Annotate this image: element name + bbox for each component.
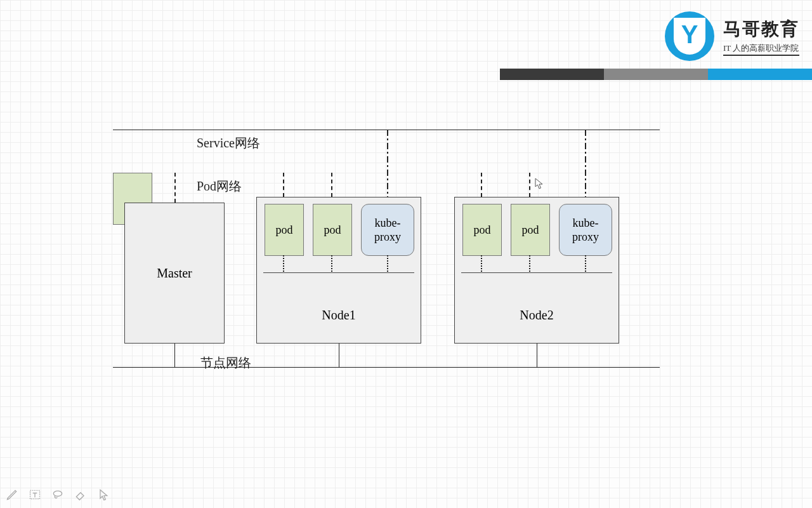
- master-box: Master: [124, 203, 225, 344]
- conn-n1-pod1-podnet: [283, 173, 284, 197]
- conn-n1-kp-inner: [387, 255, 388, 272]
- cursor-icon: [535, 178, 544, 189]
- brand-subtitle: IT 人的高薪职业学院: [723, 43, 799, 56]
- node1-box: pod pod kube- proxy Node1: [256, 197, 421, 344]
- conn-master-to-pod-net: [174, 173, 176, 203]
- node1-pod-2: pod: [313, 204, 352, 256]
- lasso-tool-icon[interactable]: [51, 488, 65, 502]
- conn-n2-pod1-inner: [481, 255, 482, 272]
- node2-pod2-label: pod: [522, 224, 539, 237]
- header-accent-bars: [500, 69, 812, 80]
- conn-node2-to-nodenet: [537, 344, 537, 367]
- conn-node1-to-nodenet: [339, 344, 339, 367]
- conn-n2-kp-inner: [585, 255, 586, 272]
- bar-accent: [708, 69, 812, 80]
- drawing-toolbar: [5, 488, 110, 502]
- master-label: Master: [157, 266, 192, 281]
- node1-inner-line: [263, 272, 414, 273]
- conn-n2-pod2-inner: [529, 255, 530, 272]
- conn-n2-pod2-podnet: [529, 173, 530, 197]
- node-network-label: 节点网络: [200, 354, 251, 371]
- bar-mid: [604, 69, 708, 80]
- node2-box: pod pod kube- proxy Node2: [454, 197, 619, 344]
- service-network-line: [113, 130, 660, 130]
- node2-kube-proxy: kube- proxy: [559, 204, 612, 256]
- node2-label: Node2: [455, 308, 619, 323]
- diagram-canvas: Service网络 Pod网络 节点网络 Master pod pod kube…: [113, 127, 660, 381]
- service-network-label: Service网络: [197, 135, 260, 152]
- node1-kp-label: kube- proxy: [374, 216, 401, 244]
- svg-point-1: [53, 491, 62, 496]
- bar-dark: [500, 69, 604, 80]
- brand-logo: Y 马哥教育 IT 人的高薪职业学院: [665, 11, 799, 61]
- conn-n1-pod2-inner: [331, 255, 332, 272]
- node1-pod1-label: pod: [276, 224, 293, 237]
- node2-pod-1: pod: [462, 204, 502, 256]
- conn-n2-pod1-podnet: [481, 173, 482, 197]
- eraser-tool-icon[interactable]: [74, 488, 88, 502]
- node1-label: Node1: [257, 308, 421, 323]
- conn-n1-pod1-inner: [283, 255, 284, 272]
- node2-pod-2: pod: [511, 204, 550, 256]
- brand-title: 马哥教育: [723, 17, 799, 41]
- node2-kp-label: kube- proxy: [572, 216, 599, 244]
- pod-network-label: Pod网络: [197, 178, 242, 195]
- node2-inner-line: [461, 272, 612, 273]
- node1-pod-1: pod: [265, 204, 304, 256]
- node1-pod2-label: pod: [324, 224, 341, 237]
- pointer-tool-icon[interactable]: [96, 488, 110, 502]
- text-tool-icon[interactable]: [28, 488, 42, 502]
- logo-mark: Y: [665, 11, 714, 61]
- pencil-tool-icon[interactable]: [5, 488, 19, 502]
- node2-pod1-label: pod: [474, 224, 491, 237]
- conn-n1-pod2-podnet: [331, 173, 332, 197]
- node-network-line: [113, 367, 660, 368]
- conn-master-to-node-net: [174, 344, 175, 367]
- conn-n1-kp-servicenet: [387, 130, 388, 197]
- node1-kube-proxy: kube- proxy: [361, 204, 414, 256]
- conn-n2-kp-servicenet: [585, 130, 586, 197]
